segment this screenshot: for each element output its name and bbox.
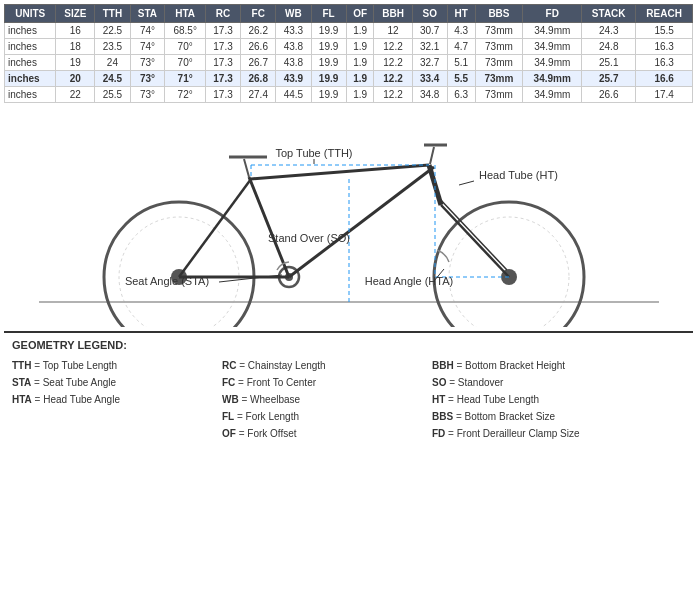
table-cell: 16.3	[636, 55, 693, 71]
col-header-rc: RC	[205, 5, 240, 23]
legend-desc: = Fork Offset	[236, 428, 297, 439]
table-cell: 34.9mm	[523, 55, 582, 71]
svg-line-27	[459, 181, 474, 185]
table-cell: 25.5	[95, 87, 130, 103]
table-cell: 74°	[130, 39, 165, 55]
table-cell: 24.5	[95, 71, 130, 87]
table-cell: 5.1	[447, 55, 475, 71]
table-cell: 15.5	[636, 23, 693, 39]
table-cell: 73°	[130, 55, 165, 71]
table-row: inches192473°70°17.326.743.819.91.912.23…	[5, 55, 693, 71]
table-cell: 22.5	[95, 23, 130, 39]
legend-item: WB = Wheelbase	[222, 391, 432, 408]
table-cell: 34.9mm	[523, 39, 582, 55]
table-cell: 73mm	[475, 55, 523, 71]
table-cell: 43.3	[276, 23, 311, 39]
legend-desc: = Bottom Bracket Size	[453, 411, 555, 422]
label-top-tube: Top Tube (TTH)	[275, 147, 352, 159]
legend-desc: = Chainstay Length	[236, 360, 325, 371]
table-cell: 17.3	[205, 39, 240, 55]
table-cell: 44.5	[276, 87, 311, 103]
table-cell: 24	[95, 55, 130, 71]
legend-abbr: HT	[432, 394, 445, 405]
svg-line-17	[244, 159, 249, 177]
table-cell: 22	[56, 87, 95, 103]
table-cell: 17.4	[636, 87, 693, 103]
label-seat-angle: Seat Angle (STA)	[124, 275, 208, 287]
col-header-fd: FD	[523, 5, 582, 23]
table-cell: 27.4	[241, 87, 276, 103]
table-cell: 12.2	[374, 87, 412, 103]
table-cell: 73mm	[475, 87, 523, 103]
table-cell: 34.9mm	[523, 71, 582, 87]
label-stand-over: Stand Over (SO)	[268, 232, 350, 244]
col-header-of: OF	[346, 5, 374, 23]
table-cell: 1.9	[346, 23, 374, 39]
table-cell: 30.7	[412, 23, 447, 39]
table-cell: 25.1	[582, 55, 636, 71]
table-cell: inches	[5, 39, 56, 55]
legend-col1: TTH = Top Tube LengthSTA = Seat Tube Ang…	[12, 357, 222, 442]
legend-grid: TTH = Top Tube LengthSTA = Seat Tube Ang…	[12, 357, 693, 442]
legend-abbr: WB	[222, 394, 239, 405]
table-cell: 43.9	[276, 71, 311, 87]
table-row: inches1622.574°68.5°17.326.243.319.91.91…	[5, 23, 693, 39]
table-cell: 26.6	[582, 87, 636, 103]
table-cell: 19.9	[311, 87, 346, 103]
legend-item: HT = Head Tube Length	[432, 391, 652, 408]
legend-abbr: RC	[222, 360, 236, 371]
svg-line-9	[249, 177, 289, 277]
table-cell: inches	[5, 87, 56, 103]
legend-item: STA = Seat Tube Angle	[12, 374, 222, 391]
table-cell: 12.2	[374, 71, 412, 87]
legend-abbr: FL	[222, 411, 234, 422]
table-cell: 1.9	[346, 87, 374, 103]
table-cell: inches	[5, 55, 56, 71]
col-header-reach: REACH	[636, 5, 693, 23]
table-cell: 33.4	[412, 71, 447, 87]
table-row: inches2225.573°72°17.327.444.519.91.912.…	[5, 87, 693, 103]
svg-line-13	[179, 179, 251, 277]
col-header-fc: FC	[241, 5, 276, 23]
col-header-bbs: BBS	[475, 5, 523, 23]
legend-desc: = Head Tube Angle	[32, 394, 120, 405]
legend-item: HTA = Head Tube Angle	[12, 391, 222, 408]
table-cell: 26.2	[241, 23, 276, 39]
table-cell: 17.3	[205, 71, 240, 87]
legend-abbr: FD	[432, 428, 445, 439]
legend-desc: = Bottom Bracket Height	[454, 360, 565, 371]
legend-item: TTH = Top Tube Length	[12, 357, 222, 374]
legend-col2: RC = Chainstay LengthFC = Front To Cente…	[222, 357, 432, 442]
col-header-bbh: BBH	[374, 5, 412, 23]
legend-section: GEOMETRY LEGEND: TTH = Top Tube LengthST…	[4, 331, 693, 442]
legend-abbr: TTH	[12, 360, 31, 371]
table-cell: 20	[56, 71, 95, 87]
svg-line-11	[289, 167, 434, 277]
legend-desc: = Front To Center	[235, 377, 316, 388]
table-cell: 16.6	[636, 71, 693, 87]
table-cell: 71°	[165, 71, 206, 87]
legend-desc: = Seat Tube Angle	[31, 377, 116, 388]
table-cell: 73°	[130, 87, 165, 103]
table-cell: 5.5	[447, 71, 475, 87]
table-cell: 4.3	[447, 23, 475, 39]
table-cell: 17.3	[205, 55, 240, 71]
table-cell: 1.9	[346, 39, 374, 55]
legend-desc: = Fork Length	[234, 411, 299, 422]
table-cell: 1.9	[346, 71, 374, 87]
col-header-wb: WB	[276, 5, 311, 23]
legend-item: BBH = Bottom Bracket Height	[432, 357, 652, 374]
table-cell: 16.3	[636, 39, 693, 55]
legend-item: FL = Fork Length	[222, 408, 432, 425]
table-cell: 17.3	[205, 87, 240, 103]
table-cell: 74°	[130, 23, 165, 39]
table-cell: 34.9mm	[523, 87, 582, 103]
table-cell: 73mm	[475, 71, 523, 87]
table-cell: 23.5	[95, 39, 130, 55]
table-cell: 12.2	[374, 55, 412, 71]
legend-desc: = Wheelbase	[239, 394, 300, 405]
table-cell: 73°	[130, 71, 165, 87]
legend-col3: BBH = Bottom Bracket HeightSO = Standove…	[432, 357, 652, 442]
table-cell: 12	[374, 23, 412, 39]
table-row: inches2024.573°71°17.326.843.919.91.912.…	[5, 71, 693, 87]
